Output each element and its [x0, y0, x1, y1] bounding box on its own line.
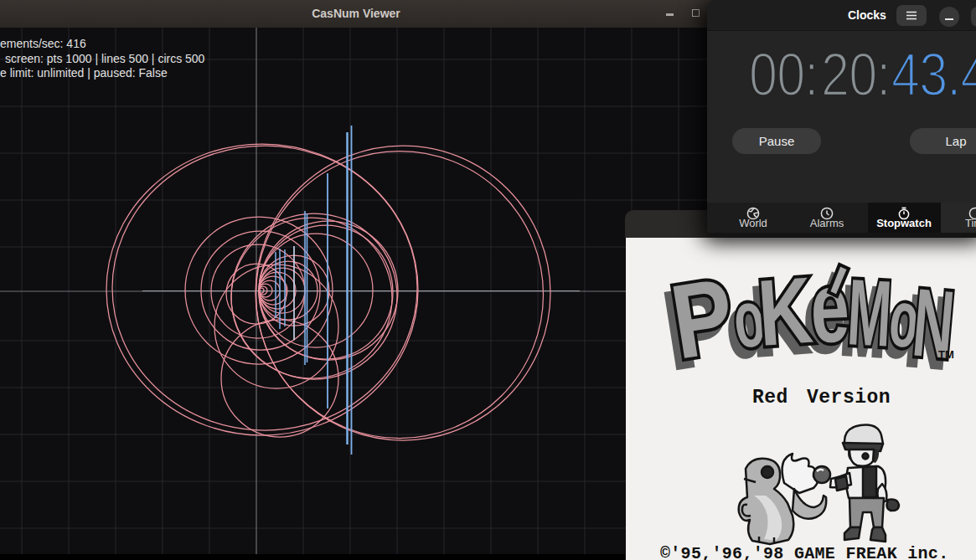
svg-text:K: K: [755, 258, 816, 366]
svg-text:20:: 20:: [821, 41, 891, 108]
svg-text:N: N: [909, 268, 958, 378]
svg-text:43.4: 43.4: [891, 41, 976, 108]
svg-text:TM: TM: [938, 348, 954, 361]
svg-text:00:: 00:: [749, 41, 818, 108]
